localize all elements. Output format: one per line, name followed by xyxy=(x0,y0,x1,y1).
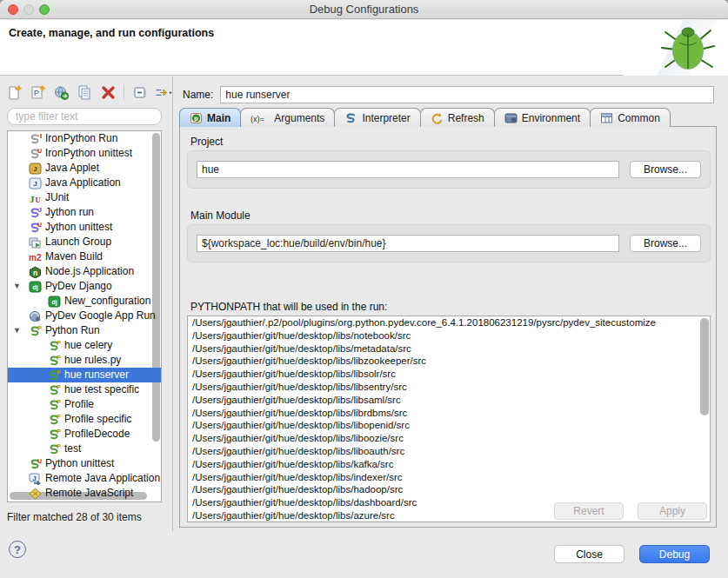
tree-item-label: IronPython Run xyxy=(45,131,117,146)
collapse-all-icon[interactable] xyxy=(131,83,149,101)
svg-text:n: n xyxy=(33,268,37,276)
filter-input[interactable] xyxy=(7,108,162,125)
tree-item-test[interactable]: Ptest xyxy=(8,442,161,456)
tree-item-launch-group[interactable]: Launch Group xyxy=(8,235,161,249)
pythonpath-entry[interactable]: /Users/jgauthier/.p2/pool/plugins/org.py… xyxy=(188,316,710,329)
window-title: Debug Configurations xyxy=(0,3,728,16)
tab-main[interactable]: pMain xyxy=(179,108,241,127)
debug-configurations-dialog: Debug Configurations Create, manage, and… xyxy=(0,0,728,578)
tree-item-pydev-django[interactable]: ▼djPyDev Django xyxy=(8,279,161,294)
python-icon: P xyxy=(48,399,61,411)
arguments-tab-icon: (x)= xyxy=(250,112,270,124)
pythonpath-entry[interactable]: /Users/jgauthier/git/hue/desktop/libs/ha… xyxy=(188,483,710,496)
main-module-browse-button[interactable]: Browse... xyxy=(630,235,701,252)
delete-icon[interactable] xyxy=(99,83,117,101)
pythonpath-entry[interactable]: /Users/jgauthier/git/hue/desktop/libs/no… xyxy=(188,329,710,342)
interpreter-tab-icon xyxy=(344,112,357,124)
svg-text:p: p xyxy=(194,115,197,122)
export-configuration-icon[interactable] xyxy=(52,83,70,101)
filter-launch-icon[interactable] xyxy=(155,83,172,101)
java-application-icon: J xyxy=(29,177,42,189)
debug-button[interactable]: Debug xyxy=(639,545,710,563)
svg-text:U: U xyxy=(37,148,42,154)
pythonpath-entry[interactable]: /Users/jgauthier/git/hue/desktop/libs/me… xyxy=(188,342,710,355)
tree-item-label: hue runserver xyxy=(64,368,129,382)
duplicate-icon[interactable] xyxy=(76,83,93,101)
apply-button[interactable]: Apply xyxy=(638,502,707,520)
tab-arguments[interactable]: (x)=Arguments xyxy=(240,108,335,127)
tree-item-hue-test-specific[interactable]: Phue test specific xyxy=(8,382,161,397)
revert-button[interactable]: Revert xyxy=(554,502,624,520)
pythonpath-entry[interactable]: /Users/jgauthier/git/hue/desktop/libs/li… xyxy=(188,394,710,407)
svg-text:J: J xyxy=(32,474,36,482)
tree-item-jython-unittest[interactable]: UJython unittest xyxy=(8,220,161,235)
project-input[interactable] xyxy=(197,161,619,178)
tree-item-node-js-application[interactable]: nNode.js Application xyxy=(8,264,161,279)
tab-environment[interactable]: Environment xyxy=(494,108,591,127)
svg-text:P: P xyxy=(37,325,42,331)
pythonpath-entry[interactable]: /Users/jgauthier/git/hue/desktop/libs/li… xyxy=(188,407,710,420)
tree-item-remote-java-application[interactable]: JRemote Java Application xyxy=(8,471,161,486)
pythonpath-entry[interactable]: /Users/jgauthier/git/hue/desktop/libs/li… xyxy=(188,355,710,368)
tree-item-jython-run[interactable]: JJython run xyxy=(8,205,161,220)
name-input[interactable] xyxy=(220,86,714,103)
ironpython-run-icon: I xyxy=(29,133,42,145)
svg-text:P: P xyxy=(57,414,61,420)
tree-item-hue-runserver[interactable]: Phue runserver xyxy=(8,368,161,382)
pythonpath-entry[interactable]: /Users/jgauthier/git/hue/desktop/libs/li… xyxy=(188,432,710,445)
dialog-subtitle: Create, manage, and run configurations xyxy=(9,27,214,39)
tree-item-python-unittest[interactable]: UPython unittest xyxy=(8,456,161,471)
django-icon: dj xyxy=(48,296,61,308)
project-browse-button[interactable]: Browse... xyxy=(630,161,701,178)
pythonpath-entry[interactable]: /Users/jgauthier/git/hue/desktop/libs/li… xyxy=(188,419,710,432)
tree-item-ironpython-run[interactable]: IIronPython Run xyxy=(8,131,161,146)
tab-common[interactable]: Common xyxy=(590,108,671,127)
sidebar-toolbar: P xyxy=(5,82,172,103)
svg-text:P: P xyxy=(57,429,61,435)
pythonpath-scrollbar[interactable] xyxy=(700,318,709,415)
new-configuration-icon[interactable] xyxy=(5,83,23,101)
gae-icon xyxy=(29,310,42,322)
help-icon[interactable]: ? xyxy=(9,541,26,558)
tree-item-remote-javascript[interactable]: Remote JavaScript xyxy=(8,486,161,501)
tree-item-hue-rules-py[interactable]: Phue rules.py xyxy=(8,353,161,368)
python-icon: P xyxy=(48,429,61,441)
java-applet-icon: J xyxy=(29,163,42,175)
main-module-input[interactable] xyxy=(197,235,619,252)
tree-item-pydev-google-app-run[interactable]: PyDev Google App Run xyxy=(8,309,161,323)
svg-text:(x)=: (x)= xyxy=(250,114,264,123)
close-button[interactable]: Close xyxy=(554,545,624,563)
new-prototype-icon[interactable]: P xyxy=(29,83,46,101)
pythonpath-entry[interactable]: /Users/jgauthier/git/hue/desktop/libs/ka… xyxy=(188,458,710,471)
expand-caret[interactable]: ▼ xyxy=(13,323,21,338)
tree-item-hue-celery[interactable]: Phue celery xyxy=(8,338,161,353)
tree-item-junit[interactable]: JUJUnit xyxy=(8,190,161,205)
tab-refresh[interactable]: Refresh xyxy=(420,108,495,127)
tree-item-java-application[interactable]: JJava Application xyxy=(8,176,161,190)
pythonpath-entry[interactable]: /Users/jgauthier/git/hue/desktop/libs/li… xyxy=(188,445,710,458)
expand-caret[interactable]: ▼ xyxy=(13,279,21,294)
launch-group-icon xyxy=(29,236,42,249)
python-icon: P xyxy=(48,340,61,352)
tree-item-ironpython-unittest[interactable]: UIronPython unittest xyxy=(8,146,161,161)
tree-item-python-run[interactable]: ▼PPython Run xyxy=(8,323,161,338)
pythonpath-entry[interactable]: /Users/jgauthier/git/hue/desktop/libs/li… xyxy=(188,381,710,394)
tree-item-maven-build[interactable]: m2Maven Build xyxy=(8,249,161,264)
pythonpath-entry[interactable]: /Users/jgauthier/git/hue/desktop/libs/in… xyxy=(188,471,710,484)
tree-item-label: Python Run xyxy=(45,323,100,338)
tree-item-java-applet[interactable]: JJava Applet xyxy=(8,161,161,176)
django-icon: dj xyxy=(29,281,42,293)
main-tab-content: Project Browse... Main Module Browse... … xyxy=(179,126,717,528)
tree-item-label: Java Application xyxy=(45,176,121,190)
pythonpath-list[interactable]: /Users/jgauthier/.p2/pool/plugins/org.py… xyxy=(187,316,711,522)
tab-interpreter[interactable]: Interpreter xyxy=(334,108,420,127)
tree-item-new-configuration[interactable]: djNew_configuration xyxy=(8,294,161,309)
config-detail-panel: Name: pMain(x)=ArgumentsInterpreterRefre… xyxy=(174,76,728,532)
svg-text:I: I xyxy=(40,133,42,139)
tree-item-profile[interactable]: PProfile xyxy=(8,397,161,412)
svg-text:J: J xyxy=(33,165,37,173)
tree-item-label: Jython unittest xyxy=(45,220,112,235)
tree-item-profiledecode[interactable]: PProfileDecode xyxy=(8,427,161,442)
pythonpath-entry[interactable]: /Users/jgauthier/git/hue/desktop/libs/li… xyxy=(188,368,710,381)
tree-item-profile-specific[interactable]: PProfile specific xyxy=(8,412,161,427)
